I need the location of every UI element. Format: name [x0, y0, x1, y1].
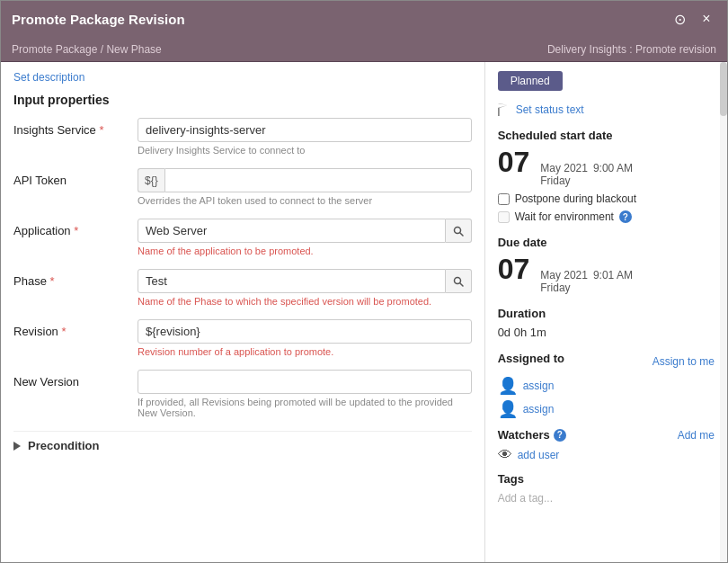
assign-link-2[interactable]: assign	[523, 403, 555, 416]
due-date-month: May 2021	[540, 269, 588, 282]
breadcrumb-bar: Promote Package / New Phase Delivery Ins…	[1, 37, 727, 62]
phase-search-button[interactable]	[446, 269, 472, 293]
required-star-phase: *	[49, 274, 54, 288]
insights-service-input[interactable]	[138, 118, 472, 142]
api-token-input-group: ${}	[138, 168, 472, 192]
form-row-revision: Revision * Revision number of a applicat…	[13, 319, 472, 357]
api-token-help: Overrides the API token used to connect …	[138, 195, 472, 206]
close-icon[interactable]: ×	[697, 9, 716, 29]
input-properties-title: Input properties	[13, 93, 472, 107]
search-icon-phase	[453, 276, 464, 287]
api-token-input[interactable]	[164, 168, 472, 192]
phase-help: Name of the Phase to which the specified…	[138, 296, 472, 307]
flag-icon	[498, 103, 510, 116]
add-user-link[interactable]: add user	[518, 449, 560, 461]
set-status-row: Set status text	[498, 103, 715, 116]
due-date-weekday: Friday	[540, 282, 588, 294]
tags-title: Tags	[498, 472, 715, 486]
watchers-label: Watchers	[498, 428, 550, 442]
label-revision: Revision *	[13, 319, 130, 338]
field-col-new-version: If provided, all Revisions being promote…	[138, 370, 472, 418]
watchers-help-icon[interactable]: ?	[554, 429, 566, 442]
application-help: Name of the application to be promoted.	[138, 246, 472, 256]
binoculars-icon: 👁	[498, 447, 512, 463]
precondition-row[interactable]: Precondition	[13, 431, 472, 460]
due-date-day: 07	[498, 255, 530, 283]
duration-value: 0d 0h 1m	[498, 326, 715, 339]
svg-line-3	[460, 283, 463, 286]
add-me-link[interactable]: Add me	[678, 429, 715, 442]
assigned-section: Assigned to Assign to me 👤 assign 👤 assi…	[498, 352, 715, 419]
assigned-title: Assigned to	[498, 352, 564, 365]
postpone-blackout-checkbox[interactable]	[498, 193, 510, 205]
add-tag-link[interactable]: Add a tag...	[498, 492, 553, 505]
token-prefix: ${}	[138, 168, 164, 192]
wait-environment-row: Wait for environment ?	[498, 210, 715, 223]
wait-environment-help-icon[interactable]: ?	[619, 210, 632, 223]
field-col-api-token: ${} Overrides the API token used to conn…	[138, 168, 472, 206]
svg-line-1	[460, 233, 463, 236]
label-new-version: New Version	[13, 370, 130, 389]
tags-section: Tags Add a tag...	[498, 472, 715, 505]
required-star-app: *	[74, 224, 78, 237]
field-col-application: Name of the application to be promoted.	[138, 219, 472, 256]
scheduled-start-date-block: Scheduled start date 07 May 2021 Friday …	[498, 129, 715, 223]
due-date-time: 9:01 AM	[593, 269, 633, 282]
new-version-help: If provided, all Revisions being promote…	[138, 397, 472, 418]
new-version-input[interactable]	[138, 370, 472, 394]
due-date-block: Due date 07 May 2021 Friday 9:01 AM	[498, 236, 715, 294]
label-phase: Phase *	[13, 269, 130, 288]
due-date-detail: May 2021 Friday	[540, 269, 588, 294]
application-input-group	[138, 219, 472, 243]
main-content: Set description Input properties Insight…	[1, 62, 727, 563]
svg-point-2	[454, 277, 460, 283]
breadcrumb-left: Promote Package / New Phase	[12, 43, 162, 56]
label-api-token: API Token	[13, 168, 130, 187]
revision-help: Revision number of a application to prom…	[138, 346, 472, 357]
phase-input[interactable]	[138, 269, 446, 293]
required-star-revision: *	[61, 325, 66, 338]
application-input[interactable]	[138, 219, 446, 243]
set-status-text-link[interactable]: Set status text	[516, 103, 584, 116]
person-icon-2: 👤	[498, 399, 518, 419]
label-application: Application *	[13, 219, 130, 237]
due-date-title: Due date	[498, 236, 715, 249]
application-search-button[interactable]	[446, 219, 472, 243]
modal-wrapper: Promote Package Revision ⊙ × Promote Pac…	[0, 0, 728, 563]
assign-row-2: 👤 assign	[498, 399, 715, 419]
field-col-insights-service: Delivery Insights Service to connect to	[138, 118, 472, 156]
form-row-new-version: New Version If provided, all Revisions b…	[13, 370, 472, 418]
watchers-title: Watchers ?	[498, 428, 566, 442]
status-planned-button[interactable]: Planned	[498, 71, 563, 91]
external-link-icon[interactable]: ⊙	[670, 9, 689, 29]
label-insights-service: Insights Service *	[13, 118, 130, 137]
watchers-section: Watchers ? Add me 👁 add user	[498, 428, 715, 463]
set-description-link[interactable]: Set description	[13, 71, 472, 84]
wait-environment-checkbox[interactable]	[498, 211, 510, 223]
field-col-revision: Revision number of a application to prom…	[138, 319, 472, 357]
assign-row-1: 👤 assign	[498, 376, 715, 396]
assign-link-1[interactable]: assign	[523, 380, 555, 392]
required-star: *	[99, 123, 103, 137]
duration-title: Duration	[498, 307, 715, 320]
titlebar-icons: ⊙ ×	[670, 9, 716, 29]
form-row-application: Application * Name of the application to…	[13, 219, 472, 256]
scheduled-start-month: May 2021	[540, 162, 588, 174]
postpone-blackout-row: Postpone during blackout	[498, 192, 715, 205]
triangle-right-icon	[13, 442, 21, 451]
scrollbar-thumb[interactable]	[720, 62, 727, 116]
revision-input[interactable]	[138, 319, 472, 344]
scheduled-start-title: Scheduled start date	[498, 129, 715, 142]
phase-input-group	[138, 269, 472, 293]
form-row-api-token: API Token ${} Overrides the API token us…	[13, 168, 472, 206]
form-row-insights-service: Insights Service * Delivery Insights Ser…	[13, 118, 472, 156]
modal-titlebar: Promote Package Revision ⊙ ×	[1, 1, 727, 37]
add-user-row: 👁 add user	[498, 447, 715, 463]
scrollbar[interactable]	[720, 62, 727, 562]
duration-block: Duration 0d 0h 1m	[498, 307, 715, 339]
search-icon	[453, 226, 464, 237]
wait-environment-label: Wait for environment	[515, 210, 614, 223]
precondition-label: Precondition	[28, 439, 99, 452]
assign-to-me-link[interactable]: Assign to me	[653, 355, 715, 368]
left-panel: Set description Input properties Insight…	[1, 62, 485, 563]
